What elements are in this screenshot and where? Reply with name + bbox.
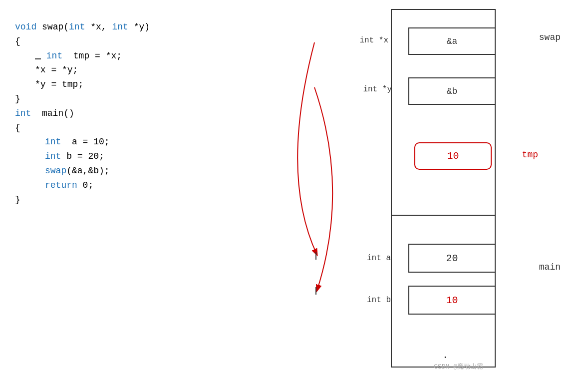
cell-a: 20 [408, 244, 496, 273]
arrow-y-to-b [314, 87, 332, 291]
code-line-13: } [15, 193, 150, 207]
keyword-int-1: int [69, 22, 85, 32]
var-x-label: int *x [359, 36, 388, 45]
tmp-label: tmp [522, 150, 538, 160]
code-tmp: tmp = *x; [62, 51, 122, 61]
code-line-1: void swap(int *x, int *y) [15, 20, 150, 34]
watermark: CSDN @魔动山霸 [434, 362, 483, 371]
keyword-int-6: int [45, 151, 61, 161]
var-a-label: int a [367, 254, 391, 263]
code-line-9: int a = 10; [15, 135, 150, 149]
code-assign-x: *x = *y; [35, 65, 78, 75]
keyword-int-4: int [15, 108, 31, 118]
code-line-11: swap(&a,&b); [15, 164, 150, 178]
code-line-5: *y = tmp; [15, 77, 150, 92]
main-region-label: main [539, 262, 561, 272]
var-y-label: int *y [363, 85, 392, 94]
var-b-label: int b [367, 296, 391, 305]
brace-close-1: } [15, 94, 20, 104]
arrow-x-to-a [297, 42, 317, 255]
code-line-10: int b = 20; [15, 149, 150, 164]
keyword-int-3: int [46, 51, 62, 61]
cursor-icon [35, 58, 41, 59]
code-param-y: *y) [128, 22, 150, 32]
cell-xa: &a [408, 27, 496, 55]
keyword-int-5: int [45, 137, 61, 147]
code-line-4: *x = *y; [15, 63, 150, 77]
code-line-3: int tmp = *x; [15, 49, 150, 63]
brace-open-1: { [15, 36, 20, 46]
fn-swap-call: swap [45, 166, 66, 176]
fn-name-swap: swap( [42, 22, 69, 32]
swap-region-label: swap [539, 32, 561, 42]
code-block: void swap(int *x, int *y) { int tmp = *x… [15, 20, 150, 207]
keyword-int-2: int [112, 22, 128, 32]
keyword-return: return [45, 180, 77, 190]
cell-b: 10 [408, 286, 496, 315]
brace-close-2: } [15, 195, 20, 205]
code-var-a: a = 10; [61, 137, 109, 147]
code-line-6: } [15, 92, 150, 106]
fn-main: main() [31, 108, 74, 118]
code-var-b: b = 20; [61, 151, 104, 161]
code-param-x: *x, [85, 22, 112, 32]
code-line-12: return 0; [15, 178, 150, 193]
code-line-7: int main() [15, 106, 150, 121]
code-line-8: { [15, 121, 150, 135]
keyword-void: void [15, 22, 36, 32]
code-assign-y: *y = tmp; [35, 79, 83, 89]
code-line-2: { [15, 34, 150, 49]
cell-tmp: 10 [414, 142, 492, 170]
code-return-val: 0; [77, 180, 93, 190]
cell-yb: &b [408, 77, 496, 105]
bottom-dot: . [442, 350, 448, 361]
stack-divider [391, 215, 496, 216]
code-swap-args: (&a,&b); [66, 166, 109, 176]
brace-open-2: { [15, 123, 20, 133]
